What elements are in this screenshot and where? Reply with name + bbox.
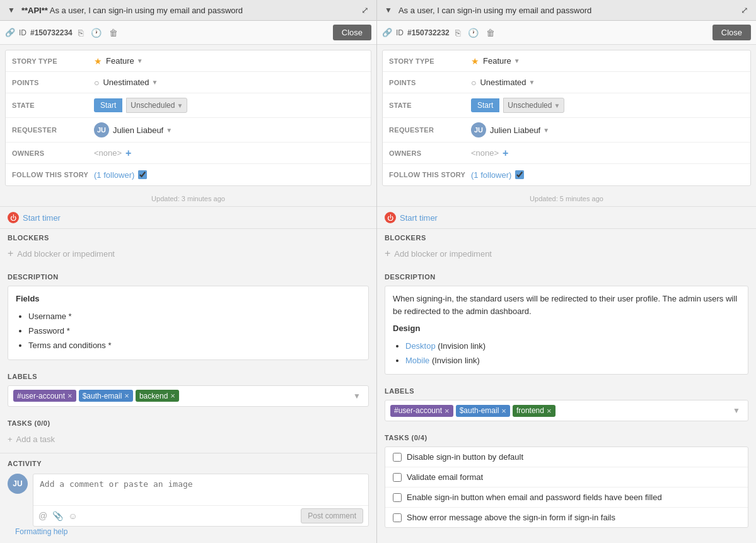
- right-follow-label: FOLLOW THIS STORY: [389, 171, 471, 178]
- desktop-link[interactable]: Desktop: [405, 341, 436, 351]
- left-start-timer-link[interactable]: Start timer: [23, 213, 61, 223]
- right-panel: ▼ As a user, I can sign-in using my emai…: [377, 0, 756, 543]
- right-owners-label: OWNERS: [389, 149, 471, 157]
- link-icon[interactable]: 🔗: [5, 28, 15, 37]
- start-button[interactable]: Start: [94, 98, 122, 112]
- left-commenter-avatar: JU: [8, 474, 28, 494]
- right-label-x-user[interactable]: ×: [445, 406, 450, 416]
- right-story-type-dropdown[interactable]: Feature ▼: [483, 56, 520, 66]
- right-panel-toolbar: 🔗 ID #150732232 ⎘ 🕐 🗑 Close: [377, 21, 756, 45]
- right-story-type-row: STORY TYPE ★ Feature ▼: [383, 50, 750, 72]
- emoji-icon[interactable]: ☺: [68, 511, 77, 521]
- timer-icon[interactable]: ⏻: [8, 212, 19, 223]
- task-row: Disable sign-in button by default: [385, 447, 748, 467]
- right-label-x-frontend[interactable]: ×: [547, 406, 552, 416]
- left-post-comment-button[interactable]: Post comment: [301, 508, 363, 523]
- estimate-icon: ○: [94, 78, 99, 88]
- right-add-owner-button[interactable]: +: [503, 148, 508, 159]
- label-x-user[interactable]: ×: [67, 391, 73, 400]
- left-add-task-row[interactable]: + Add a task: [8, 432, 369, 447]
- right-label-x-auth[interactable]: ×: [501, 406, 506, 416]
- left-panel: ▼ **API** As a user, I can sign-in using…: [0, 0, 377, 543]
- label-backend: backend ×: [136, 390, 179, 402]
- add-owner-button[interactable]: +: [125, 148, 131, 159]
- left-comment-input[interactable]: [33, 474, 368, 503]
- task-checkbox-1[interactable]: [393, 453, 402, 462]
- right-start-timer-link[interactable]: Start timer: [400, 213, 438, 223]
- attachment-icon[interactable]: 📎: [52, 511, 63, 521]
- task-checkbox-2[interactable]: [393, 473, 402, 482]
- right-link-icon[interactable]: 🔗: [382, 28, 392, 37]
- points-label: POINTS: [12, 79, 94, 86]
- right-copy-button[interactable]: ⎘: [453, 26, 462, 39]
- follow-value: (1 follower): [94, 170, 364, 180]
- requester-row: REQUESTER JU Julien Liabeuf ▼: [6, 118, 371, 143]
- left-add-task-text: Add a task: [16, 435, 55, 444]
- right-delete-button[interactable]: 🗑: [484, 26, 497, 39]
- right-timer-row: ⏻ Start timer: [377, 207, 756, 228]
- right-requester-value: JU Julien Liabeuf ▼: [471, 122, 744, 137]
- right-requester-avatar: JU: [471, 122, 486, 137]
- left-panel-toolbar: 🔗 ID #150732234 ⎘ 🕐 🗑 Close: [0, 21, 376, 45]
- task-row: Validate email format: [385, 467, 748, 488]
- right-start-button[interactable]: Start: [471, 98, 499, 112]
- left-close-button[interactable]: Close: [333, 25, 371, 40]
- right-tasks-list: Disable sign-in button by default Valida…: [385, 447, 748, 528]
- left-collapse-button[interactable]: ▼: [5, 4, 18, 16]
- right-points-arrow: ▼: [528, 79, 535, 86]
- left-labels-section: LABELS #user-account × $auth-email × bac…: [0, 366, 376, 413]
- list-item: Username *: [28, 309, 361, 324]
- right-history-button[interactable]: 🕐: [466, 26, 480, 39]
- left-panel-header: ▼ **API** As a user, I can sign-in using…: [0, 0, 376, 21]
- left-description-section: DESCRIPTION Fields Username * Password *…: [0, 266, 376, 366]
- right-follow-row: FOLLOW THIS STORY (1 follower): [383, 164, 750, 185]
- right-requester-dropdown[interactable]: Julien Liabeuf ▼: [490, 126, 549, 135]
- right-points-row: POINTS ○ Unestimated ▼: [383, 72, 750, 93]
- right-panel-header: ▼ As a user, I can sign-in using my emai…: [377, 0, 756, 21]
- mention-icon[interactable]: @: [38, 511, 47, 521]
- task-row: Enable sign-in button when email and pas…: [385, 488, 748, 508]
- label-x-auth[interactable]: ×: [124, 391, 129, 400]
- left-description-box[interactable]: Fields Username * Password * Terms and c…: [8, 286, 369, 360]
- right-follow-checkbox[interactable]: [515, 170, 524, 179]
- right-state-row: STATE Start Unscheduled ▼: [383, 93, 750, 118]
- history-button[interactable]: 🕐: [89, 26, 103, 39]
- copy-button[interactable]: ⎘: [76, 26, 85, 39]
- right-desc-design-list: Desktop (Invision link) Mobile (Invision…: [405, 339, 740, 368]
- right-expand-button[interactable]: ⤢: [738, 4, 751, 16]
- left-add-blocker-row[interactable]: + Add blocker or impediment: [0, 244, 376, 266]
- task-checkbox-3[interactable]: [393, 493, 402, 502]
- right-close-button[interactable]: Close: [712, 25, 751, 40]
- requester-value: JU Julien Liabeuf ▼: [94, 122, 364, 137]
- task-checkbox-4[interactable]: [393, 513, 402, 522]
- right-state-dropdown[interactable]: Unscheduled ▼: [503, 98, 564, 113]
- right-story-type-label: STORY TYPE: [389, 57, 471, 65]
- label-x-backend[interactable]: ×: [170, 391, 175, 400]
- mobile-link[interactable]: Mobile: [405, 356, 429, 365]
- follow-checkbox[interactable]: [138, 170, 147, 179]
- left-add-blocker-text: Add blocker or impediment: [17, 249, 115, 259]
- right-timer-icon[interactable]: ⏻: [385, 212, 396, 223]
- right-labels-dropdown-arrow[interactable]: ▼: [730, 406, 743, 415]
- task-row: Show error message above the sign-in for…: [385, 508, 748, 527]
- left-labels-container: #user-account × $auth-email × backend × …: [8, 385, 369, 407]
- right-collapse-button[interactable]: ▼: [382, 4, 395, 16]
- story-type-dropdown[interactable]: Feature ▼: [106, 56, 143, 66]
- right-follower-link[interactable]: (1 follower): [471, 170, 511, 180]
- state-dropdown[interactable]: Unscheduled ▼: [126, 98, 187, 113]
- follow-row: FOLLOW THIS STORY (1 follower): [6, 164, 371, 185]
- right-points-dropdown[interactable]: Unestimated ▼: [480, 78, 535, 87]
- right-add-blocker-row[interactable]: + Add blocker or impediment: [377, 244, 756, 266]
- labels-dropdown-arrow[interactable]: ▼: [351, 392, 363, 400]
- list-item: Desktop (Invision link): [405, 339, 740, 353]
- task-text-3: Enable sign-in button when email and pas…: [407, 493, 662, 502]
- follower-link[interactable]: (1 follower): [94, 170, 134, 180]
- requester-dropdown[interactable]: Julien Liabeuf ▼: [113, 126, 172, 135]
- right-description-box[interactable]: When signing-in, the standard users will…: [385, 286, 748, 375]
- left-formatting-help[interactable]: Formatting help: [8, 522, 75, 541]
- left-tasks-label: TASKS (0/0): [8, 419, 50, 427]
- left-expand-button[interactable]: ⤢: [359, 4, 371, 16]
- points-dropdown[interactable]: Unestimated ▼: [103, 78, 158, 87]
- right-story-type-value: ★ Feature ▼: [471, 56, 744, 66]
- delete-button[interactable]: 🗑: [107, 26, 120, 39]
